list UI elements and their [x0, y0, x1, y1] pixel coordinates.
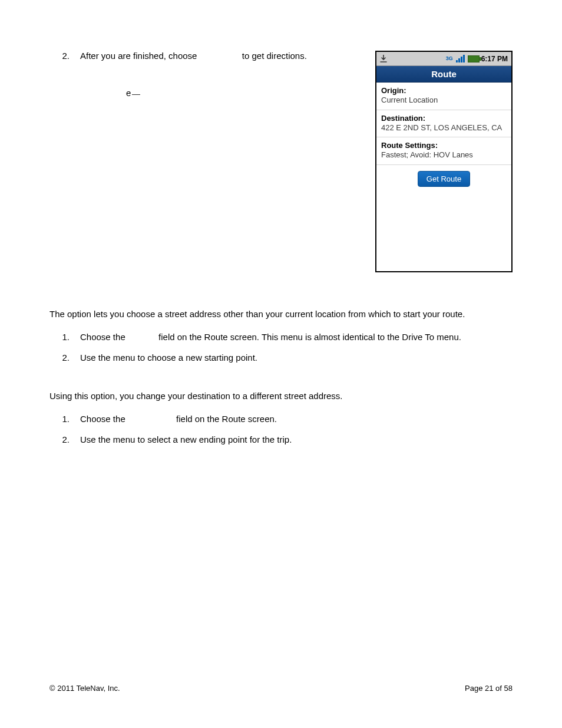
dest-intro: Using this option, you change your desti…: [49, 391, 513, 401]
battery-icon: [468, 55, 480, 62]
list-text: Choose the field on the Route screen.: [80, 414, 277, 424]
route-settings-field[interactable]: Route Settings: Fastest; Avoid: HOV Lane…: [376, 137, 511, 165]
orphan-underline: [132, 94, 140, 95]
list-text: Choose the field on the Route screen. Th…: [80, 332, 461, 342]
signal-icon: [456, 55, 465, 62]
list-text: Use the menu to choose a new starting po…: [80, 353, 257, 363]
orphan-char: e: [126, 88, 131, 98]
copyright: © 2011 TeleNav, Inc.: [49, 684, 120, 693]
status-bar: 3G 6:17 PM: [376, 52, 511, 66]
list-number: 2.: [49, 51, 80, 61]
origin-intro: The option lets you choose a street addr…: [49, 309, 513, 319]
get-route-button[interactable]: Get Route: [418, 171, 470, 187]
destination-value: 422 E 2ND ST, LOS ANGELES, CA: [381, 123, 507, 133]
list-number: 2.: [49, 353, 80, 363]
list-text: Use the menu to select a new ending poin…: [80, 434, 292, 444]
origin-label: Origin:: [381, 86, 507, 95]
list-number: 2.: [49, 434, 80, 444]
route-settings-value: Fastest; Avoid: HOV Lanes: [381, 150, 507, 160]
page-footer: © 2011 TeleNav, Inc. Page 21 of 58: [49, 684, 513, 693]
list-item: 2. Use the menu to choose a new starting…: [49, 353, 513, 363]
page-number: Page 21 of 58: [465, 684, 513, 693]
phone-screenshot: 3G 6:17 PM Route Origin: Current Locatio…: [375, 51, 513, 272]
screen-title: Route: [376, 66, 511, 83]
status-right: 3G 6:17 PM: [446, 55, 508, 63]
step2-text-b: to get directions.: [240, 51, 307, 61]
list-number: 1.: [49, 332, 80, 342]
list-item: 1. Choose the field on the Route screen.…: [49, 332, 513, 342]
status-time: 6:17 PM: [481, 55, 508, 63]
origin-value: Current Location: [381, 95, 507, 105]
list-item: 1. Choose the field on the Route screen.: [49, 414, 513, 424]
destination-label: Destination:: [381, 114, 507, 123]
step2-text-a: After you are finished, choose: [80, 51, 200, 61]
change-origin-section: The option lets you choose a street addr…: [49, 309, 513, 363]
origin-field[interactable]: Origin: Current Location: [376, 83, 511, 110]
list-item: 2. Use the menu to select a new ending p…: [49, 434, 513, 444]
change-destination-section: Using this option, you change your desti…: [49, 391, 513, 444]
download-icon: [380, 54, 387, 63]
list-number: 1.: [49, 414, 80, 424]
destination-field[interactable]: Destination: 422 E 2ND ST, LOS ANGELES, …: [376, 110, 511, 138]
route-settings-label: Route Settings:: [381, 141, 507, 150]
network-3g-icon: 3G: [446, 56, 453, 61]
button-row: Get Route: [376, 165, 511, 187]
